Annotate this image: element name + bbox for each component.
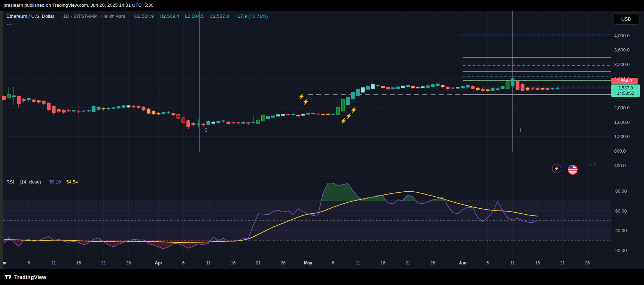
time-axis-label: 16 bbox=[231, 261, 235, 265]
bar-countdown: 14:58:52 bbox=[617, 91, 634, 96]
lightning-bolt-marker: ⚡ bbox=[345, 113, 352, 119]
symbol-meta[interactable]: · 1D · BITSTAMP · Heikin Ashi bbox=[60, 13, 125, 19]
time-axis-label: Jun bbox=[459, 261, 466, 265]
time-axis-label: 26 bbox=[585, 261, 590, 265]
price-change: +17.9 (+0.71%) bbox=[235, 13, 268, 19]
alert-price-tag[interactable]: 2,554.9 bbox=[611, 78, 638, 84]
us-flag-badge[interactable] bbox=[568, 165, 578, 175]
rsi-ma-current-value: 54.54 bbox=[66, 179, 78, 185]
time-axis-label: 11 bbox=[356, 261, 360, 265]
currency-toggle-button[interactable]: USD bbox=[613, 13, 639, 24]
time-axis-label: 21 bbox=[560, 261, 565, 265]
time-axis-label: Apr bbox=[155, 261, 162, 265]
time-axis-label: 6 bbox=[182, 261, 185, 265]
footer-bar: TradingView bbox=[0, 269, 644, 285]
time-axis-label: 26 bbox=[126, 261, 131, 265]
rsi-axis-label: 80.00 bbox=[615, 188, 627, 193]
rsi-legend-row[interactable]: RSI (14, close) 50.10 54.54 bbox=[6, 179, 78, 185]
chart-area[interactable] bbox=[0, 11, 644, 269]
time-axis-label: May bbox=[304, 261, 312, 265]
time-axis-label: 11 bbox=[51, 261, 56, 265]
pane-separator[interactable] bbox=[0, 176, 611, 176]
time-axis-label: 21 bbox=[101, 261, 106, 265]
rsi-params: (14, close) bbox=[20, 179, 41, 185]
more-indicators-toggle[interactable]: ... bbox=[6, 20, 12, 26]
publish-header-text: praslearn published on TradingView.com, … bbox=[4, 2, 153, 8]
rsi-current-value: 50.10 bbox=[49, 179, 61, 185]
ohlc-low-label: L bbox=[185, 13, 188, 19]
ohlc-open-label: O bbox=[134, 13, 138, 19]
ohlc-close-value: 2,537.8 bbox=[213, 13, 229, 19]
lightning-icon: ⚡ bbox=[554, 166, 560, 171]
time-axis-label: 6 bbox=[28, 261, 30, 265]
lightning-bolt-marker: ⚡ bbox=[350, 107, 357, 113]
time-axis-label: 11 bbox=[511, 261, 515, 265]
time-axis-label: ar bbox=[3, 261, 7, 265]
tradingview-logo[interactable]: TradingView bbox=[4, 273, 46, 281]
day-night-icon: ☼☾ bbox=[588, 161, 600, 168]
price-axis-label: 400.0 bbox=[614, 163, 626, 168]
symbol-title[interactable]: Ethereum / U.S. Dollar bbox=[6, 13, 54, 19]
left-edge-strip bbox=[0, 11, 3, 269]
rsi-title[interactable]: RSI bbox=[6, 179, 14, 185]
price-axis-label: 1,600.0 bbox=[614, 119, 629, 125]
ohlc-high-label: H bbox=[160, 13, 163, 19]
time-axis-label: 6 bbox=[332, 261, 334, 265]
rsi-axis-label: 40.00 bbox=[615, 228, 627, 233]
ohlc-open-value: 2,524.9 bbox=[138, 13, 154, 19]
last-price-tag[interactable]: 2,537.8 14:58:52 bbox=[611, 84, 640, 97]
rsi-axis-label: 60.00 bbox=[615, 208, 627, 213]
time-axis-label: 16 bbox=[76, 261, 81, 265]
time-axis-label: 26 bbox=[281, 261, 285, 265]
price-axis-label: 3,600.0 bbox=[614, 47, 629, 53]
tradingview-logo-icon bbox=[4, 273, 12, 281]
vertical-line-label: 0 bbox=[204, 127, 207, 133]
last-price-value: 2,537.8 bbox=[618, 86, 633, 91]
time-axis-label: 16 bbox=[535, 261, 540, 265]
time-axis-label: 21 bbox=[405, 261, 410, 265]
tradingview-chart-window: praslearn published on TradingView.com, … bbox=[0, 0, 644, 285]
time-axis-label: 21 bbox=[256, 261, 261, 265]
symbol-info-row[interactable]: Ethereum / U.S. Dollar · 1D · BITSTAMP ·… bbox=[6, 13, 268, 19]
price-axis-label: 3,200.0 bbox=[614, 61, 629, 67]
time-axis-label: 6 bbox=[486, 261, 489, 265]
time-axis-label: 11 bbox=[206, 261, 211, 265]
lightning-bolt-marker: ⚡ bbox=[302, 99, 309, 105]
price-axis-label: 800.0 bbox=[614, 148, 626, 154]
vertical-line-label: 1 bbox=[519, 127, 522, 133]
publish-header-bar: praslearn published on TradingView.com, … bbox=[0, 0, 644, 11]
rsi-axis-label: 20.00 bbox=[615, 248, 627, 253]
time-axis-label: 16 bbox=[381, 261, 385, 265]
ohlc-close-label: C bbox=[209, 13, 213, 19]
flag-icon bbox=[568, 165, 573, 169]
supercharts-lightning-badge[interactable]: ⚡ bbox=[552, 164, 561, 173]
price-axis-label: 2,000.0 bbox=[614, 105, 629, 110]
ohlc-low-value: 2,504.5 bbox=[188, 13, 204, 19]
ohlc-high-value: 2,569.4 bbox=[163, 13, 179, 19]
time-axis-separator bbox=[0, 258, 644, 258]
time-axis-label: 26 bbox=[430, 261, 435, 265]
price-axis-label: 1,200.0 bbox=[614, 134, 629, 139]
price-axis-label: 4,000.0 bbox=[614, 33, 629, 38]
tradingview-logo-text: TradingView bbox=[14, 274, 46, 280]
